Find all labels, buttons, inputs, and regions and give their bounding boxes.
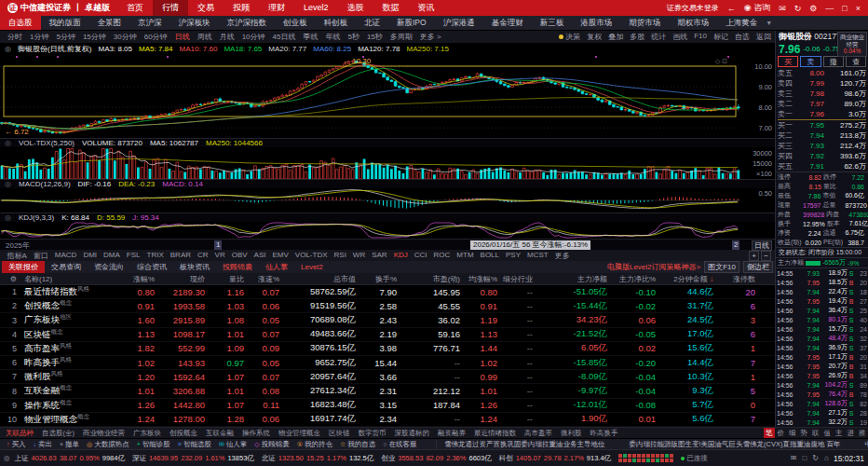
- ind-tab-FSL[interactable]: FSL: [123, 251, 143, 261]
- ind-tab-PSY[interactable]: PSY: [503, 251, 524, 261]
- minimize-button[interactable]: —: [825, 4, 834, 13]
- ind-tab-MTM[interactable]: MTM: [454, 251, 477, 261]
- sub-tab-投顾锦囊[interactable]: 投顾锦囊: [216, 261, 259, 273]
- menu-item-理财[interactable]: 理财: [259, 0, 294, 16]
- ind-tab-CCI[interactable]: CCI: [411, 251, 430, 261]
- col-header-主力净比%[interactable]: 主力净比%: [613, 274, 661, 284]
- ind-tab-TRIX[interactable]: TRIX: [143, 251, 167, 261]
- menu-item-行情[interactable]: 行情: [153, 0, 188, 16]
- table-row-物业管理概念[interactable]: 10物业管理概念概念1.241278.001.280.0616917.74亿2.…: [0, 413, 775, 427]
- tool-叠加[interactable]: 叠加: [608, 32, 623, 42]
- ind-tab-DMA[interactable]: DMA: [101, 251, 124, 261]
- ind-tab-KDJ[interactable]: KDJ: [390, 251, 411, 261]
- tool-多股[interactable]: 多股: [630, 32, 644, 42]
- volume-chart[interactable]: 3000015000×100: [0, 147, 775, 179]
- period-月线[interactable]: 月线: [216, 32, 238, 42]
- vol-collapse-icon[interactable]: ◎: [5, 139, 11, 147]
- period-更多 >[interactable]: 更多 >: [416, 32, 445, 42]
- index-上证[interactable]: 上证4026.6338.070.95%9984亿: [15, 454, 125, 463]
- block-tab-深股通标的[interactable]: 深股通标的: [391, 429, 434, 438]
- block-tab-关联品种[interactable]: 关联品种: [2, 429, 37, 438]
- col-header-2分钟金额[interactable]: 2分钟金额 ↓: [661, 274, 719, 284]
- table-row-最近情绪指数[interactable]: 1最近情绪指数风格0.802189.301.160.0758762.59亿7.9…: [0, 285, 775, 299]
- table-row-互联金融[interactable]: 8互联金融概念1.013206.881.010.0827612.34亿2.312…: [0, 384, 775, 398]
- ind-tab-窗口[interactable]: 窗口: [30, 251, 51, 261]
- pane-tab-价[interactable]: 价: [775, 428, 787, 438]
- col-header-涨停数[interactable]: 涨停数: [719, 274, 761, 284]
- col-header-涨幅%[interactable]: 涨幅%: [115, 274, 160, 284]
- login-status[interactable]: 证券交易未登录: [667, 3, 719, 13]
- block-tab-融资融券[interactable]: 融资融券: [434, 429, 469, 438]
- block-tab-物业管理概念[interactable]: 物业管理概念: [275, 429, 324, 438]
- table-row-高市盈率[interactable]: 5高市盈率风格1.82552.991.090.0930876.15亿3.9877…: [0, 342, 775, 356]
- block-tab-操作系统[interactable]: 操作系统: [238, 429, 274, 438]
- kdj-chart[interactable]: [0, 222, 775, 239]
- block-tab-自选股(全)[interactable]: 自选股(全): [38, 429, 78, 438]
- period-60分钟[interactable]: 60分钟: [141, 32, 171, 42]
- zoom-out-button[interactable]: −: [761, 251, 771, 261]
- block-tab-商业物业经营[interactable]: 商业物业经营: [79, 429, 129, 438]
- action-撤单[interactable]: ×撤单: [57, 440, 82, 449]
- tool-自选[interactable]: 自选: [735, 32, 750, 42]
- action-智能选股[interactable]: ≡智能选股: [175, 440, 214, 449]
- index-创业[interactable]: 创业3558.5382.092.36%6603亿: [381, 454, 491, 463]
- ind-tab-DMI[interactable]: DMI: [80, 251, 101, 261]
- table-row-广东板块[interactable]: 3广东板块地区1.602915.891.080.0570689.08亿2.433…: [0, 313, 775, 327]
- nav-tab-全景图[interactable]: 全景图: [89, 16, 130, 30]
- quote-button-撤[interactable]: 撤: [823, 56, 844, 67]
- home-icon[interactable]: ⌂: [824, 454, 829, 462]
- axis-period-chip[interactable]: 日线: [752, 240, 772, 251]
- consult-icon[interactable]: ◉ 咨询: [744, 2, 770, 14]
- news-ticker[interactable]: 雪佛龙通过资产置换巩固委内瑞拉重油业务主导地位委内瑞拉能源版图生变!美国油气巨头…: [436, 440, 868, 449]
- kline-chart[interactable]: ← 10.30← 6.72◇ ⊡ 10.009.008.007.00: [0, 54, 775, 138]
- menu-item-交易[interactable]: 交易: [188, 0, 224, 16]
- table-row-操作系统[interactable]: 9操作系统概念1.261442.801.070.1116823.48亿3.151…: [0, 399, 775, 413]
- nav-tab-上海黄金[interactable]: 上海黄金: [717, 16, 766, 30]
- nav-tab-期货市场[interactable]: 期货市场: [620, 16, 669, 30]
- period-分时[interactable]: 分时: [4, 32, 26, 42]
- kdj-collapse-icon[interactable]: ◎: [5, 213, 11, 222]
- pane-tab-势[interactable]: 势: [798, 428, 810, 438]
- settings-gear-icon[interactable]: ⚙: [809, 4, 817, 13]
- period-1分钟[interactable]: 1分钟: [26, 32, 52, 42]
- nav-tab-基金理财[interactable]: 基金理财: [483, 16, 532, 30]
- pane-tab-主[interactable]: 主: [834, 428, 846, 438]
- nav-tab-自选股[interactable]: 自选股: [0, 16, 41, 30]
- back-icon[interactable]: ←: [727, 4, 736, 13]
- action-投顾锦囊[interactable]: ◇投顾锦囊: [251, 440, 292, 449]
- action-智能诊股[interactable]: +智能诊股: [134, 440, 173, 449]
- nav-tab-港股市场[interactable]: 港股市场: [572, 16, 620, 30]
- nav-tab-创业板[interactable]: 创业板: [275, 16, 316, 30]
- industry-badge[interactable]: 商业物业 经营 0.04%: [837, 32, 867, 57]
- tool-统计[interactable]: 统计: [651, 32, 666, 42]
- f10-chip[interactable]: 图文F10: [704, 261, 739, 273]
- action-大数据热点[interactable]: ◎大数据热点: [84, 440, 132, 449]
- period-30分钟[interactable]: 30分钟: [110, 32, 141, 42]
- maximize-button[interactable]: □: [842, 4, 847, 13]
- nav-tab-我的版面[interactable]: 我的版面: [41, 16, 89, 30]
- nav-tab-沪深港通[interactable]: 沪深港通: [435, 16, 483, 30]
- block-tab-创投概念[interactable]: 创投概念: [166, 429, 201, 438]
- tick-list[interactable]: 14:557.9318.9万S2314:567.9518.5万B2014:567…: [776, 268, 868, 427]
- sub-tab-交易查询[interactable]: 交易查询: [45, 261, 88, 273]
- period-5分钟[interactable]: 5分钟: [52, 32, 78, 42]
- block-tab-数字货币[interactable]: 数字货币: [355, 429, 390, 438]
- action-卖出[interactable]: ↓卖出: [31, 440, 56, 449]
- period-周线[interactable]: 周线: [194, 32, 216, 42]
- sub-tab-仙人掌[interactable]: 仙人掌: [259, 261, 294, 273]
- action-我的持仓[interactable]: ①我的持仓: [294, 440, 335, 449]
- col-header-名称(12)[interactable]: 名称(12): [22, 274, 115, 284]
- block-tab-微利股[interactable]: 微利股: [557, 429, 586, 438]
- tool-决策[interactable]: 决策: [559, 32, 580, 42]
- col-header-市盈(动)[interactable]: 市盈(动): [402, 274, 466, 284]
- index-深证[interactable]: 深证14639.95232.091.61%13853亿: [132, 454, 254, 463]
- nav-tab-科创板[interactable]: 科创板: [316, 16, 357, 30]
- level2-promo-link[interactable]: 电脑版Level2订阅策略神器>: [607, 262, 700, 272]
- mail-icon[interactable]: ✉: [779, 4, 786, 13]
- pane-tab-笔[interactable]: 笔: [764, 428, 776, 438]
- period-年线[interactable]: 年线: [321, 32, 344, 42]
- menu-item-Level2[interactable]: Level2: [294, 0, 338, 16]
- ind-tab-VOL-TDX[interactable]: VOL-TDX: [292, 251, 331, 261]
- ind-tab-SAR[interactable]: SAR: [369, 251, 390, 261]
- sidebar-chip[interactable]: 侧边栏: [743, 261, 773, 273]
